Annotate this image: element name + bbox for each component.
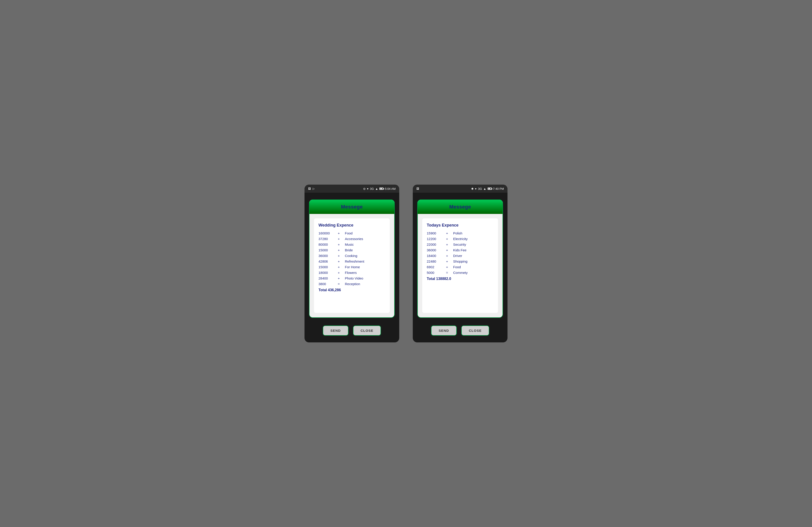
amount: 6902 (427, 265, 444, 269)
amount: 12200 (427, 237, 444, 241)
dialog-actions-left: SEND CLOSE (304, 322, 399, 336)
op: + (335, 254, 342, 258)
expense-row: 18400 + Driver (427, 254, 494, 258)
expense-row: 80000 + Music (318, 243, 385, 246)
amount: 37280 (318, 237, 335, 241)
dialog-left: Messege Wedding Expence 160000 + Food 37… (309, 199, 395, 318)
amount: 160000 (318, 231, 335, 235)
status-bar-right: 🖼 ✱ ▾ 3G ▲ 7:40 PM (413, 185, 508, 193)
item-name: Reception (345, 282, 360, 286)
minus-icon: ⊖ (363, 187, 366, 191)
expense-row: 36000 + Cooking (318, 254, 385, 258)
expense-title-left: Wedding Expence (318, 223, 385, 228)
bluetooth-icon: ✱ (471, 187, 474, 191)
page-wrapper: 🖼 ▷ ⊖ ▾ 3G ▲ 5:04 AM Messege Wedding Exp… (304, 185, 508, 342)
amount: 15900 (427, 231, 444, 235)
item-name: Refreshment (345, 259, 364, 263)
amount: 18000 (318, 271, 335, 274)
item-name: Electricity (453, 237, 467, 241)
amount: 22480 (427, 259, 444, 263)
phone-left: 🖼 ▷ ⊖ ▾ 3G ▲ 5:04 AM Messege Wedding Exp… (304, 185, 399, 342)
wifi-icon: ▾ (367, 187, 368, 191)
amount: 80000 (318, 243, 335, 246)
item-name: Driver (453, 254, 462, 258)
expense-row: 28400 + Photo Video (318, 276, 385, 280)
expense-row: 22000 + Secuirity (427, 243, 494, 246)
phone-right: 🖼 ✱ ▾ 3G ▲ 7:40 PM Messege Todays Expenc… (413, 185, 508, 342)
amount: 5000 (427, 271, 444, 274)
expense-total-left: Total 436,286 (318, 288, 385, 292)
op: + (335, 248, 342, 252)
op: + (335, 231, 342, 235)
item-name: Flowers (345, 271, 357, 274)
expense-row: 5000 = Commety (427, 271, 494, 274)
item-name: Shopping (453, 259, 467, 263)
item-name: Commety (453, 271, 467, 274)
expense-row: 15000 + Bride (318, 248, 385, 252)
item-name: Food (453, 265, 461, 269)
status-bar-left: 🖼 ▷ ⊖ ▾ 3G ▲ 5:04 AM (304, 185, 399, 193)
expense-row: 18000 + Flowers (318, 271, 385, 274)
op: + (444, 254, 450, 258)
arrow-icon: ▷ (313, 187, 315, 190)
item-name: For Home (345, 265, 360, 269)
item-name: Bride (345, 248, 353, 252)
op: + (335, 259, 342, 263)
send-button-left[interactable]: SEND (323, 326, 348, 336)
status-right-left: ⊖ ▾ 3G ▲ 5:04 AM (363, 187, 396, 191)
dialog-title-left: Messege (314, 204, 390, 210)
expense-row: 22480 + Shopping (427, 259, 494, 263)
op: + (335, 237, 342, 241)
op: + (444, 248, 450, 252)
item-name: Kids Fee (453, 248, 466, 252)
op: + (335, 243, 342, 246)
close-button-right[interactable]: CLOSE (461, 326, 490, 336)
network-label-left: 3G (370, 187, 374, 191)
expense-row: 6902 + Food (427, 265, 494, 269)
expense-title-right: Todays Expence (427, 223, 494, 228)
op: = (335, 282, 342, 286)
amount: 15000 (318, 248, 335, 252)
send-button-right[interactable]: SEND (431, 326, 457, 336)
item-name: Polish (453, 231, 462, 235)
amount: 42806 (318, 259, 335, 263)
op: + (444, 237, 450, 241)
battery-icon-right (488, 187, 492, 190)
dialog-actions-right: SEND CLOSE (413, 322, 508, 336)
dialog-title-right: Messege (422, 204, 498, 210)
wifi-icon: ▾ (475, 187, 477, 191)
op: + (444, 259, 450, 263)
dialog-right: Messege Todays Expence 15900 + Polish 12… (417, 199, 503, 318)
amount: 18400 (427, 254, 444, 258)
op: = (444, 271, 450, 274)
time-left: 5:04 AM (385, 187, 396, 191)
signal-icon: ▲ (483, 187, 486, 191)
amount: 36000 (318, 254, 335, 258)
expense-row: 15000 + For Home (318, 265, 385, 269)
amount: 3800 (318, 282, 335, 286)
status-icons-right: 🖼 (416, 187, 419, 190)
image-icon: 🖼 (308, 187, 311, 190)
item-name: Food (345, 231, 352, 235)
image-icon: 🖼 (416, 187, 419, 190)
item-name: Photo Video (345, 276, 363, 280)
item-name: Accessories (345, 237, 363, 241)
expense-row: 160000 + Food (318, 231, 385, 235)
dialog-header-left: Messege (309, 200, 394, 214)
item-name: Music (345, 243, 354, 246)
time-right: 7:40 PM (493, 187, 504, 191)
expense-row: 36000 + Kids Fee (427, 248, 494, 252)
battery-icon-left (379, 187, 383, 190)
op: + (335, 265, 342, 269)
dialog-body-left: Wedding Expence 160000 + Food 37280 + Ac… (314, 219, 390, 313)
signal-icon: ▲ (375, 187, 378, 191)
op: + (335, 271, 342, 274)
dialog-body-right: Todays Expence 15900 + Polish 12200 + El… (422, 219, 498, 313)
op: + (444, 243, 450, 246)
network-label-right: 3G (478, 187, 482, 191)
dialog-header-right: Messege (418, 200, 503, 214)
amount: 15000 (318, 265, 335, 269)
op: + (444, 231, 450, 235)
close-button-left[interactable]: CLOSE (353, 326, 381, 336)
amount: 36000 (427, 248, 444, 252)
